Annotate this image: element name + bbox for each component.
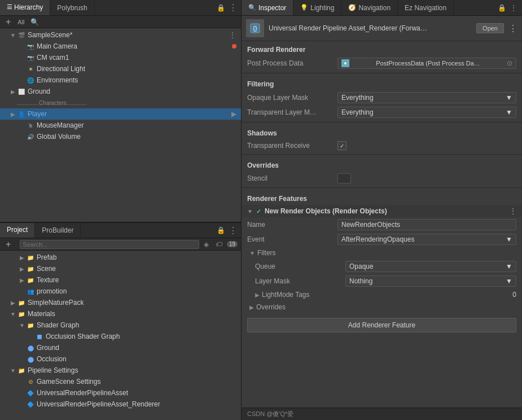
list-item[interactable]: ▼ 📁 Shader Graph bbox=[0, 320, 241, 331]
shadergraph-folder-icon: 📁 bbox=[26, 321, 35, 330]
open-button[interactable]: Open bbox=[476, 23, 504, 33]
opaque-layer-label: Opaque Layer Mask bbox=[247, 94, 337, 102]
list-item[interactable]: ▼ 📁 Pipeline Settings bbox=[0, 365, 241, 376]
scene-menu-icon[interactable]: ⋮ bbox=[229, 30, 236, 40]
list-item[interactable]: ⬤ Occlusion bbox=[0, 353, 241, 365]
layer-mask-label: Layer Mask bbox=[255, 277, 345, 285]
tab-project[interactable]: Project bbox=[0, 223, 35, 238]
opaque-layer-value: Everything bbox=[341, 94, 374, 102]
list-item[interactable]: ▶ 📁 Prefab bbox=[0, 252, 241, 263]
project-filter-icon[interactable]: ◈ bbox=[204, 240, 209, 248]
render-objects-event-label: Event bbox=[247, 235, 337, 243]
tab-probuilder[interactable]: ProBuilder bbox=[35, 223, 81, 238]
inspector-header-menu[interactable]: ⋮ bbox=[508, 23, 517, 34]
post-process-asset-icon: ● bbox=[341, 59, 349, 67]
list-item[interactable]: ▶ 📁 Texture bbox=[0, 274, 241, 286]
list-item[interactable]: ..............Characters............. bbox=[0, 97, 241, 108]
transparent-layer-label: Transparent Layer M… bbox=[247, 108, 337, 116]
tab-navigation[interactable]: 🧭 Navigation bbox=[341, 0, 398, 15]
event-dropdown-arrow: ▼ bbox=[506, 235, 512, 243]
tab-ez-navigation[interactable]: Ez Navigation bbox=[398, 0, 454, 15]
overrides-expand-arrow: ▶ bbox=[249, 304, 254, 310]
post-process-circle-icon: ⊙ bbox=[507, 59, 512, 67]
queue-dropdown-arrow: ▼ bbox=[506, 262, 512, 270]
project-menu-icon[interactable]: ⋮ bbox=[229, 225, 238, 236]
list-item[interactable]: 👥 promotion bbox=[0, 286, 241, 297]
stencil-label: Stencil bbox=[247, 174, 337, 182]
search-icon: 🔍 bbox=[30, 18, 39, 26]
new-render-objects-header[interactable]: ▼ ✓ New Render Objects (Render Objects) … bbox=[242, 205, 522, 217]
occlusion-mat-label: Occlusion bbox=[37, 355, 67, 363]
promotion-icon: 👥 bbox=[26, 287, 35, 296]
project-add-btn[interactable]: + bbox=[3, 239, 13, 250]
vcam-label: CM vcam1 bbox=[37, 54, 69, 62]
tab-hierarchy[interactable]: ☰ Hierarchy bbox=[0, 0, 50, 15]
stencil-checkbox[interactable] bbox=[337, 173, 351, 183]
opaque-layer-dropdown[interactable]: Everything ▼ bbox=[337, 92, 516, 103]
subsection-expand-arrow: ▼ bbox=[247, 208, 253, 215]
render-objects-overrides-header[interactable]: ▶ Overrides bbox=[242, 301, 522, 313]
transparent-receive-label: Transparent Receive bbox=[247, 142, 337, 150]
render-objects-name-row: Name bbox=[242, 217, 522, 232]
gamescene-label: GameScene Settings bbox=[37, 378, 100, 386]
list-item[interactable]: 🔷 UniversalRenderPipelineAsset_Renderer bbox=[0, 399, 241, 410]
occlusion-sg-label: Occlusion Shader Graph bbox=[46, 333, 120, 340]
list-item[interactable]: ▼ 📁 Materials bbox=[0, 308, 241, 320]
inspector-tab-icon: 🔍 bbox=[248, 4, 256, 11]
hierarchy-menu-icon[interactable]: ⋮ bbox=[229, 2, 238, 13]
layer-mask-dropdown[interactable]: Nothing ▼ bbox=[345, 275, 516, 287]
list-item[interactable]: ▶ 📁 Scene bbox=[0, 263, 241, 274]
list-item[interactable]: ⚙ GameScene Settings bbox=[0, 376, 241, 387]
tab-polybrush[interactable]: Polybrush bbox=[50, 0, 94, 15]
post-process-dropdown[interactable]: ● PostProcessData (Post Process Da… ⊙ bbox=[337, 58, 516, 69]
list-item[interactable]: 🖱 MouseManager bbox=[0, 120, 241, 131]
player-icon: 👤 bbox=[17, 110, 26, 119]
inspector-menu-icon[interactable]: ⋮ bbox=[510, 3, 517, 12]
inspector-content: Forward Renderer Post Process Data ● Pos… bbox=[242, 41, 522, 408]
characters-label: ..............Characters............. bbox=[17, 100, 87, 106]
list-item[interactable]: ▶ 📁 SimpleNaturePack bbox=[0, 297, 241, 308]
materials-folder-icon: 📁 bbox=[17, 309, 26, 318]
add-renderer-feature-button[interactable]: Add Renderer Feature bbox=[247, 318, 516, 333]
list-item[interactable]: ⬤ Ground bbox=[0, 342, 241, 353]
filters-header[interactable]: ▼ Filters bbox=[242, 247, 522, 259]
project-labels-icon[interactable]: 🏷 bbox=[216, 240, 222, 248]
tree-expand-arrow: ▶ bbox=[9, 111, 17, 117]
queue-dropdown[interactable]: Opaque ▼ bbox=[345, 261, 516, 272]
list-item[interactable]: 📷 Main Camera bbox=[0, 41, 241, 52]
list-item[interactable]: ▶ ⬜ Ground bbox=[0, 86, 241, 97]
lighting-tab-icon: 💡 bbox=[300, 4, 308, 11]
subsection-menu-icon[interactable]: ⋮ bbox=[510, 207, 516, 215]
render-objects-event-row: Event AfterRenderingOpaques ▼ bbox=[242, 232, 522, 247]
transparent-receive-checkbox[interactable]: ✓ bbox=[337, 141, 346, 150]
list-item[interactable]: ▼ 🎬 SampleScene* ⋮ bbox=[0, 29, 241, 41]
transparent-dropdown-arrow: ▼ bbox=[506, 108, 512, 116]
tab-lighting[interactable]: 💡 Lighting bbox=[293, 0, 341, 15]
render-objects-name-input[interactable] bbox=[337, 219, 516, 230]
prefab-folder-icon: 📁 bbox=[26, 253, 35, 262]
globalvolume-label: Global Volume bbox=[37, 133, 81, 141]
list-item[interactable]: ◼ Occlusion Shader Graph bbox=[0, 331, 241, 342]
prefab-label: Prefab bbox=[37, 253, 56, 261]
mousemanager-icon: 🖱 bbox=[26, 121, 35, 130]
inspector-lock-icon[interactable]: 🔒 bbox=[498, 4, 506, 12]
list-item[interactable]: ▶ 👤 Player ▶ bbox=[0, 108, 241, 120]
lightmode-row: ▶ LightMode Tags 0 bbox=[242, 288, 522, 301]
list-item[interactable]: 📷 CM vcam1 bbox=[0, 52, 241, 63]
project-search-input[interactable] bbox=[20, 240, 199, 249]
list-item[interactable]: 🔷 UniversalRenderPipelineAsset bbox=[0, 387, 241, 399]
inspector-asset-title: Universal Render Pipeline Asset_Renderer… bbox=[269, 24, 472, 32]
list-item[interactable]: 🌐 Environments bbox=[0, 75, 241, 86]
tab-inspector[interactable]: 🔍 Inspector bbox=[242, 0, 293, 15]
list-item[interactable]: ☀ Directional Light bbox=[0, 63, 241, 75]
render-objects-event-dropdown[interactable]: AfterRenderingOpaques ▼ bbox=[337, 234, 516, 245]
list-item[interactable]: 🔊 Global Volume bbox=[0, 131, 241, 142]
tree-expand-arrow: ▼ bbox=[18, 322, 26, 329]
asset-icon: {} bbox=[246, 19, 264, 37]
filtering-header: Filtering bbox=[242, 76, 522, 90]
tree-expand-arrow: ▼ bbox=[9, 32, 17, 38]
transparent-layer-dropdown[interactable]: Everything ▼ bbox=[337, 107, 516, 118]
hierarchy-add-btn[interactable]: + bbox=[3, 17, 13, 27]
filters-expand-arrow: ▼ bbox=[249, 250, 255, 256]
texture-folder-icon: 📁 bbox=[26, 275, 35, 285]
